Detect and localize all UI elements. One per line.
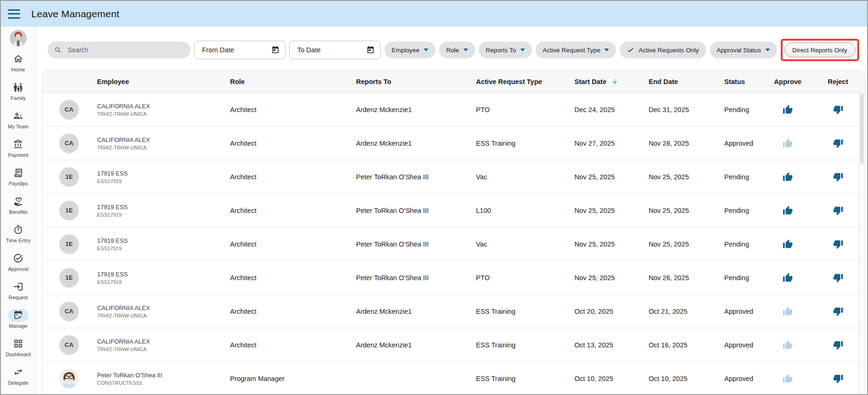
sidebar-item-home[interactable]: Home	[1, 48, 36, 77]
column-header-role[interactable]: Role	[224, 78, 350, 85]
approve-button[interactable]	[782, 205, 793, 216]
approve-button[interactable]	[782, 339, 793, 351]
approve-button[interactable]	[782, 373, 793, 384]
chevron-down-icon	[604, 49, 609, 51]
calendar-icon	[271, 46, 280, 54]
direct-reports-only-button[interactable]: Direct Reports Only	[784, 42, 855, 57]
sidebar: Home Family My Team Payment Payslips Ben…	[1, 27, 36, 394]
reports-to-cell: Ardenz Mckenzie1	[350, 106, 470, 113]
employee-name: CALIFORNIA ALEX	[97, 304, 224, 311]
reject-button[interactable]	[833, 339, 844, 351]
column-header-end-date[interactable]: End Date	[643, 78, 719, 85]
employee-filter-dropdown[interactable]: Employee	[385, 42, 435, 58]
thumb-up-icon	[783, 172, 793, 182]
checkmark-icon	[627, 46, 634, 54]
column-header-reports-to[interactable]: Reports To	[350, 78, 470, 85]
reject-button[interactable]	[833, 239, 844, 250]
role-cell: Architect	[224, 207, 350, 214]
thumb-down-icon	[833, 239, 843, 249]
approve-button[interactable]	[782, 104, 793, 115]
column-header-status[interactable]: Status	[719, 78, 764, 85]
sidebar-item-time-entry[interactable]: Time Entry	[1, 219, 36, 247]
bank-icon	[8, 138, 28, 151]
sidebar-item-benefits[interactable]: Benefits	[1, 190, 36, 219]
hand-heart-icon	[8, 195, 28, 208]
status-cell: Pending	[719, 173, 764, 181]
employee-code: TRHI2-TRHW-UNICA	[97, 145, 224, 150]
to-date-label: To Date	[297, 46, 366, 54]
hamburger-menu-icon[interactable]	[8, 9, 20, 19]
column-header-employee[interactable]: Employee	[91, 78, 224, 85]
table-row[interactable]: Peter ToRkan O'Shea III CONSTRUCTESS1 Pr…	[42, 362, 865, 395]
sidebar-item-manage[interactable]: Manage	[1, 304, 36, 333]
approval-status-filter-dropdown[interactable]: Approval Status	[710, 42, 777, 58]
start-date-cell: Dec 24, 2025	[569, 106, 643, 113]
reject-button[interactable]	[833, 104, 844, 115]
active-request-type-filter-dropdown[interactable]: Active Request Type	[536, 42, 616, 58]
reports-to-filter-dropdown[interactable]: Reports To	[479, 42, 532, 58]
status-cell: Pending	[719, 207, 764, 214]
thumb-up-icon	[783, 273, 793, 283]
avatar: CA	[59, 335, 79, 355]
request-type-cell: L100	[470, 207, 569, 214]
sidebar-item-payment[interactable]: Payment	[1, 134, 36, 162]
table-row[interactable]: 1E 17919 ESS ESS17919 Architect Peter To…	[42, 194, 865, 227]
table-row[interactable]: 1E 17919 ESS ESS17919 Architect Peter To…	[42, 261, 865, 295]
table-row[interactable]: CA CALIFORNIA ALEX TRHI2-TRHW-UNICA Arch…	[42, 328, 865, 362]
thumb-down-icon	[833, 340, 843, 350]
column-header-active-request-type[interactable]: Active Request Type	[470, 78, 569, 85]
table-row[interactable]: CA CALIFORNIA ALEX TRHI2-TRHW-UNICA Arch…	[42, 93, 865, 127]
approve-button[interactable]	[782, 306, 793, 317]
table-scrollbar[interactable]	[859, 93, 865, 395]
from-date-field[interactable]: From Date	[194, 41, 286, 59]
main-content: From Date To Date Employee Role Reports …	[36, 27, 867, 394]
role-cell: Architect	[224, 140, 350, 147]
reject-button[interactable]	[833, 138, 844, 149]
thumb-up-icon	[783, 205, 793, 216]
table-row[interactable]: CA CALIFORNIA ALEX TRHI2-TRHW-UNICA Arch…	[42, 295, 865, 328]
sidebar-item-family[interactable]: Family	[1, 77, 36, 105]
status-cell: Approved	[719, 341, 764, 349]
user-avatar[interactable]	[10, 30, 27, 47]
table-row[interactable]: 1E 17919 ESS ESS17919 Architect Peter To…	[42, 160, 865, 194]
employee-code: TRHI2-TRHW-UNICA	[97, 111, 224, 117]
approve-button[interactable]	[782, 138, 793, 149]
start-date-cell: Oct 13, 2025	[569, 341, 643, 349]
approve-button[interactable]	[782, 239, 793, 250]
request-type-cell: PTO	[470, 274, 569, 282]
thumb-up-icon	[783, 239, 793, 249]
sidebar-item-my-team[interactable]: My Team	[1, 105, 36, 134]
role-filter-dropdown[interactable]: Role	[439, 42, 475, 58]
request-type-cell: Vac	[470, 240, 569, 248]
search-box[interactable]	[48, 42, 190, 58]
active-requests-only-toggle[interactable]: Active Requests Only	[620, 42, 706, 58]
search-input[interactable]	[68, 46, 175, 54]
reject-button[interactable]	[833, 171, 844, 183]
role-cell: Architect	[224, 274, 350, 282]
reject-button[interactable]	[833, 205, 844, 216]
avatar	[59, 369, 79, 388]
sidebar-item-request[interactable]: Request	[1, 276, 36, 304]
table-row[interactable]: 1E 17919 ESS ESS17919 Architect Peter To…	[42, 227, 865, 261]
table-row[interactable]: CA CALIFORNIA ALEX TRHI2-TRHW-UNICA Arch…	[42, 127, 865, 160]
end-date-cell: Nov 28, 2025	[643, 140, 719, 147]
approve-button[interactable]	[782, 272, 793, 283]
sidebar-item-payslips[interactable]: Payslips	[1, 162, 36, 190]
column-header-start-date[interactable]: Start Date	[569, 78, 643, 85]
request-type-cell: ESS Training	[470, 341, 569, 349]
reports-to-cell: Ardenz Mckenzie1	[350, 140, 470, 147]
approve-button[interactable]	[782, 171, 793, 183]
thumb-down-icon	[833, 172, 843, 182]
reject-button[interactable]	[833, 272, 844, 283]
role-cell: Architect	[224, 308, 350, 315]
sidebar-item-delegate[interactable]: Delegate	[1, 361, 36, 390]
sidebar-item-approval[interactable]: Approval	[1, 247, 36, 276]
role-cell: Architect	[224, 240, 350, 248]
sidebar-item-dashboard[interactable]: Dashboard	[1, 333, 36, 361]
scrollbar-thumb[interactable]	[860, 94, 864, 164]
to-date-field[interactable]: To Date	[289, 41, 381, 59]
reject-button[interactable]	[833, 373, 844, 384]
reject-button[interactable]	[833, 306, 844, 317]
end-date-cell: Dec 31, 2025	[643, 106, 719, 113]
role-cell: Program Manager	[224, 375, 350, 382]
